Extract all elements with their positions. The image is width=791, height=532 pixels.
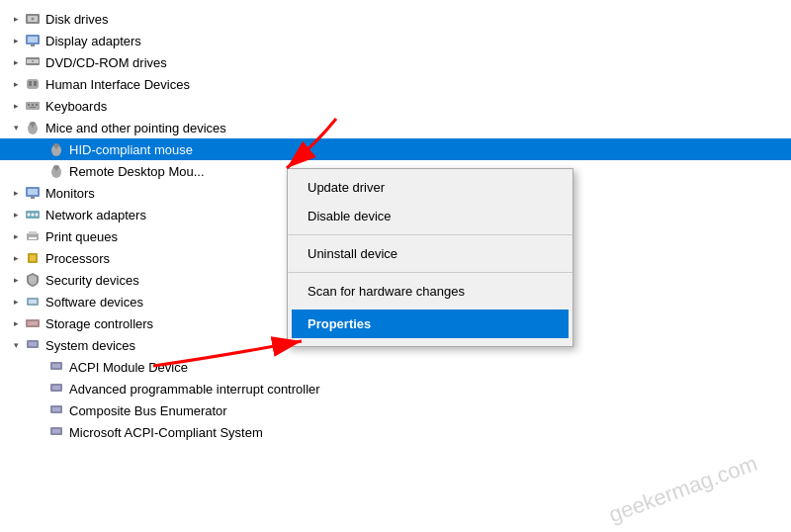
expand-acpi-module[interactable]: [32, 359, 47, 375]
expand-system[interactable]: [8, 337, 24, 353]
menu-item-uninstall-device[interactable]: Uninstall device: [288, 239, 572, 268]
print-icon: [24, 227, 42, 245]
tree-item-mice[interactable]: Mice and other pointing devices: [0, 117, 791, 138]
svg-rect-34: [29, 231, 37, 234]
label-dvd-drives: DVD/CD-ROM drives: [45, 55, 167, 70]
hid-icon: [24, 75, 42, 93]
svg-point-32: [36, 214, 39, 217]
svg-rect-10: [29, 81, 32, 86]
label-keyboards: Keyboards: [45, 99, 107, 114]
label-mice: Mice and other pointing devices: [45, 121, 226, 135]
label-advanced-prog: Advanced programmable interrupt controll…: [69, 382, 320, 397]
context-menu: Update driverDisable deviceUninstall dev…: [287, 168, 573, 347]
device-manager: Disk drivesDisplay adaptersDVD/CD-ROM dr…: [0, 0, 791, 532]
system-child-icon: [47, 401, 65, 419]
label-security: Security devices: [45, 273, 139, 288]
system-child-icon: [47, 423, 65, 441]
expand-mice[interactable]: [8, 120, 24, 135]
label-acpi-module: ACPI Module Device: [69, 360, 188, 375]
label-hid: Human Interface Devices: [45, 77, 190, 92]
tree-item-display-adapters[interactable]: Display adapters: [0, 30, 791, 51]
mouse-icon: [47, 162, 65, 180]
expand-print[interactable]: [8, 228, 24, 244]
security-icon: [24, 271, 42, 289]
tree-item-composite-bus[interactable]: Composite Bus Enumerator: [0, 399, 791, 421]
tree-item-acpi-module[interactable]: ACPI Module Device: [0, 356, 791, 378]
monitor-icon: [24, 184, 42, 202]
expand-disk-drives[interactable]: [8, 11, 24, 27]
tree-item-dvd-drives[interactable]: DVD/CD-ROM drives: [0, 51, 791, 73]
svg-rect-49: [52, 407, 60, 411]
tree-item-advanced-prog[interactable]: Advanced programmable interrupt controll…: [0, 378, 791, 399]
label-disk-drives: Disk drives: [45, 12, 109, 27]
system-child-icon: [47, 380, 65, 398]
svg-rect-41: [28, 321, 38, 325]
svg-rect-5: [31, 44, 35, 46]
svg-rect-47: [52, 386, 60, 390]
tree-item-disk-drives[interactable]: Disk drives: [0, 8, 791, 30]
svg-point-31: [32, 214, 35, 217]
svg-point-30: [28, 214, 31, 217]
display-icon: [24, 32, 42, 49]
label-composite-bus: Composite Bus Enumerator: [69, 403, 227, 418]
svg-rect-35: [29, 237, 37, 239]
watermark: geekermag.com: [606, 451, 761, 528]
svg-rect-51: [52, 429, 60, 433]
menu-separator-2: [288, 234, 572, 235]
expand-storage[interactable]: [8, 315, 24, 331]
keyboard-icon: [24, 97, 42, 115]
expand-network[interactable]: [8, 207, 24, 222]
expand-ms-acpi[interactable]: [32, 424, 47, 440]
label-display-adapters: Display adapters: [45, 34, 141, 48]
storage-icon: [24, 314, 42, 332]
processor-icon: [24, 249, 42, 267]
svg-point-2: [32, 18, 35, 21]
svg-rect-9: [27, 79, 39, 89]
expand-composite-bus[interactable]: [32, 402, 47, 418]
expand-hid-mouse[interactable]: [32, 141, 47, 157]
label-system: System devices: [45, 338, 135, 353]
tree-item-hid-mouse[interactable]: HID-compliant mouse: [0, 138, 791, 160]
dvd-icon: [24, 53, 42, 71]
menu-item-disable-device[interactable]: Disable device: [288, 202, 572, 230]
expand-monitors[interactable]: [8, 185, 24, 201]
expand-advanced-prog[interactable]: [32, 381, 47, 397]
expand-hid[interactable]: [8, 76, 24, 92]
expand-security[interactable]: [8, 272, 24, 288]
svg-rect-39: [29, 300, 37, 304]
svg-rect-11: [34, 81, 37, 86]
system-child-icon: [47, 358, 65, 376]
mouse-icon: [47, 140, 65, 158]
svg-point-22: [53, 143, 59, 147]
svg-rect-37: [30, 255, 36, 261]
svg-rect-27: [28, 189, 38, 195]
svg-point-25: [53, 165, 59, 169]
software-icon: [24, 293, 42, 310]
expand-keyboards[interactable]: [8, 98, 24, 114]
menu-item-scan-changes[interactable]: Scan for hardware changes: [288, 277, 572, 306]
svg-rect-15: [36, 104, 38, 106]
menu-item-update-driver[interactable]: Update driver: [288, 173, 572, 202]
menu-item-properties[interactable]: Properties: [292, 310, 569, 338]
label-remote-mouse: Remote Desktop Mou...: [69, 164, 205, 179]
mouse-icon: [24, 119, 42, 136]
label-print: Print queues: [45, 229, 118, 244]
system-icon: [24, 336, 42, 354]
expand-software[interactable]: [8, 294, 24, 310]
svg-rect-4: [28, 37, 38, 43]
tree-item-hid[interactable]: Human Interface Devices: [0, 73, 791, 95]
expand-display-adapters[interactable]: [8, 33, 24, 48]
expand-processors[interactable]: [8, 250, 24, 266]
svg-rect-28: [31, 197, 35, 199]
expand-dvd-drives[interactable]: [8, 54, 24, 70]
disk-icon: [24, 10, 42, 28]
expand-remote-mouse[interactable]: [32, 163, 47, 179]
label-hid-mouse: HID-compliant mouse: [69, 142, 193, 157]
tree-item-keyboards[interactable]: Keyboards: [0, 95, 791, 117]
label-ms-acpi: Microsoft ACPI-Compliant System: [69, 425, 263, 440]
tree-item-ms-acpi[interactable]: Microsoft ACPI-Compliant System: [0, 421, 791, 443]
svg-point-8: [32, 60, 34, 62]
label-monitors: Monitors: [45, 186, 95, 201]
svg-rect-16: [30, 107, 36, 108]
label-storage: Storage controllers: [45, 316, 153, 331]
